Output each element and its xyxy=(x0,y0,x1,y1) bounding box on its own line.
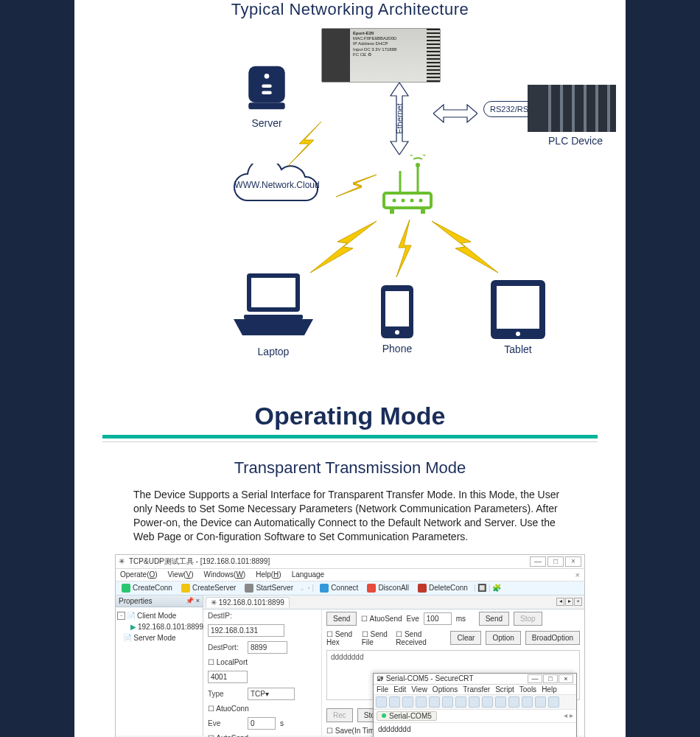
crt-tool-icon[interactable] xyxy=(429,696,440,708)
menu-operate[interactable]: Operate(O) xyxy=(120,570,158,579)
svg-rect-25 xyxy=(497,286,539,329)
crt-tool-icon[interactable] xyxy=(508,696,519,708)
tab-close[interactable]: × xyxy=(574,598,582,606)
start-server-button[interactable]: StartServer xyxy=(242,583,296,593)
send-button[interactable]: Send xyxy=(326,612,357,626)
svg-rect-12 xyxy=(421,208,425,214)
expand-icon[interactable]: - xyxy=(117,612,125,620)
crt-tool-icon[interactable] xyxy=(522,696,533,708)
eport-module-device: Eport-E20 MAC:F0FE6BBA200D IP Address DH… xyxy=(321,28,441,83)
crt-tool-icon[interactable] xyxy=(495,696,506,708)
disconnect-all-button[interactable]: DisconAll xyxy=(364,583,412,593)
svg-point-23 xyxy=(395,330,399,335)
maximize-button[interactable]: □ xyxy=(547,556,564,567)
create-conn-button[interactable]: CreateConn xyxy=(119,583,175,593)
eve1-field[interactable]: 0 xyxy=(248,717,276,730)
crt-close[interactable]: × xyxy=(559,674,573,683)
crt-tool-icon[interactable] xyxy=(376,696,387,708)
crt-icon: 🖳 xyxy=(377,674,384,682)
crt-tool-icon[interactable] xyxy=(535,696,546,708)
crt-tool-icon[interactable] xyxy=(416,696,427,708)
menu-language[interactable]: Language xyxy=(292,570,325,579)
crt-tool-icon[interactable] xyxy=(389,696,400,708)
type-select[interactable]: TCP ▾ xyxy=(248,688,295,700)
crt-menu-view[interactable]: View xyxy=(411,685,427,694)
crt-tool-icon[interactable] xyxy=(548,696,559,708)
autosend-check[interactable]: AutoSend xyxy=(208,734,248,737)
tree-client-mode[interactable]: Client Mode xyxy=(137,610,176,621)
serial-arrow xyxy=(433,102,477,125)
delete-conn-button[interactable]: DeleteConn xyxy=(415,583,471,593)
connection-tab[interactable]: ✳ 192.168.0.101:8899 xyxy=(206,597,290,607)
svg-marker-17 xyxy=(432,221,498,273)
close-button[interactable]: × xyxy=(565,556,581,567)
rec-button[interactable]: Rec xyxy=(326,708,353,722)
eve1-label: Eve xyxy=(208,719,243,727)
atuosend-check2[interactable]: AtuoSend xyxy=(361,615,402,623)
svg-point-26 xyxy=(516,332,520,336)
lightning-icon xyxy=(395,220,417,282)
type-label: Type xyxy=(208,690,243,698)
crt-tool-icon[interactable] xyxy=(442,696,453,708)
broad-option-button[interactable]: BroadOption xyxy=(525,631,580,645)
lightning-icon xyxy=(281,118,332,172)
crt-menu-file[interactable]: File xyxy=(377,685,388,694)
menu-view[interactable]: View(V) xyxy=(168,570,194,579)
network-architecture-diagram: Typical Networking Architecture Eport-E2… xyxy=(74,0,626,376)
crt-tool-icon[interactable] xyxy=(455,696,466,708)
dest-port-field[interactable]: 8899 xyxy=(248,641,287,654)
svg-marker-16 xyxy=(396,220,411,277)
create-server-button[interactable]: CreateServer xyxy=(178,583,239,593)
connect-button[interactable]: Connect xyxy=(317,583,361,593)
crt-menu-tools[interactable]: Tools xyxy=(519,685,536,694)
svg-marker-15 xyxy=(310,221,377,273)
svg-point-7 xyxy=(393,199,396,203)
play-icon: ▶ xyxy=(130,621,136,632)
crt-menu-transfer[interactable]: Transfer xyxy=(463,685,490,694)
pane-controls[interactable]: 📌 × xyxy=(186,597,200,604)
module-mac: MAC:F0FE6BBA200D xyxy=(353,36,396,41)
phone-device: Phone xyxy=(378,284,416,354)
eve3-field[interactable]: 100 xyxy=(424,612,452,625)
crt-menu-help[interactable]: Help xyxy=(542,685,557,694)
send-received-check[interactable]: Send Received xyxy=(396,630,440,646)
dest-ip-field[interactable]: 192.168.0.131 xyxy=(208,624,284,637)
tab-nav-left[interactable]: ◂ xyxy=(556,598,564,606)
send-file-check[interactable]: Send File xyxy=(362,630,391,646)
crt-menu-options[interactable]: Options xyxy=(433,685,458,694)
tablet-device: Tablet xyxy=(488,279,548,355)
tree-server-mode[interactable]: Server Mode xyxy=(133,632,175,643)
crt-menu-edit[interactable]: Edit xyxy=(393,685,406,694)
local-port-field[interactable]: 4001 xyxy=(208,671,248,683)
divider-gray xyxy=(102,441,598,442)
title-bar: ✳ TCP&UDP测试工具 - [192.168.0.101:8899] — □… xyxy=(116,555,584,569)
connection-tree: - 📄 Client Mode ▶ 192.168.0.101:8899 📄 S… xyxy=(116,607,203,646)
crt-terminal[interactable]: dddddddd xyxy=(374,723,576,736)
crt-tool-icon[interactable] xyxy=(482,696,493,708)
crt-session-tab[interactable]: Serial-COM5 xyxy=(377,711,437,721)
minimize-button[interactable]: — xyxy=(530,556,546,567)
crt-tool-icon[interactable] xyxy=(402,696,413,708)
properties-pane: Properties📌 × - 📄 Client Mode ▶ 192.168.… xyxy=(116,595,203,736)
crt-tab-nav[interactable]: ◂ ▸ xyxy=(564,711,573,721)
clear-button[interactable]: Clear xyxy=(450,631,481,645)
local-port-check[interactable]: LocalPort xyxy=(208,658,248,666)
menu-windows[interactable]: Windows(W) xyxy=(203,570,245,579)
option-button[interactable]: Option xyxy=(486,631,520,645)
tab-nav-right[interactable]: ▸ xyxy=(565,598,573,606)
crt-tool-icon[interactable] xyxy=(469,696,480,708)
tree-connection[interactable]: 192.168.0.101:8899 xyxy=(138,621,203,632)
crt-maximize[interactable]: □ xyxy=(543,674,558,683)
laptop-device: Laptop xyxy=(229,269,318,357)
send-hex-check[interactable]: Send Hex xyxy=(326,630,357,646)
inner-close-icon[interactable]: × xyxy=(575,570,580,579)
send-button-2[interactable]: Send xyxy=(479,612,509,626)
atuoconn-check[interactable]: AtuoConn xyxy=(208,705,249,713)
svg-rect-3 xyxy=(262,85,272,88)
crt-menu-script[interactable]: Script xyxy=(495,685,514,694)
crt-minimize[interactable]: — xyxy=(528,674,542,683)
svg-rect-22 xyxy=(385,291,409,326)
menu-help[interactable]: Help(H) xyxy=(256,570,281,579)
stop-button[interactable]: Stop xyxy=(514,612,542,626)
lightning-icon xyxy=(428,217,502,279)
